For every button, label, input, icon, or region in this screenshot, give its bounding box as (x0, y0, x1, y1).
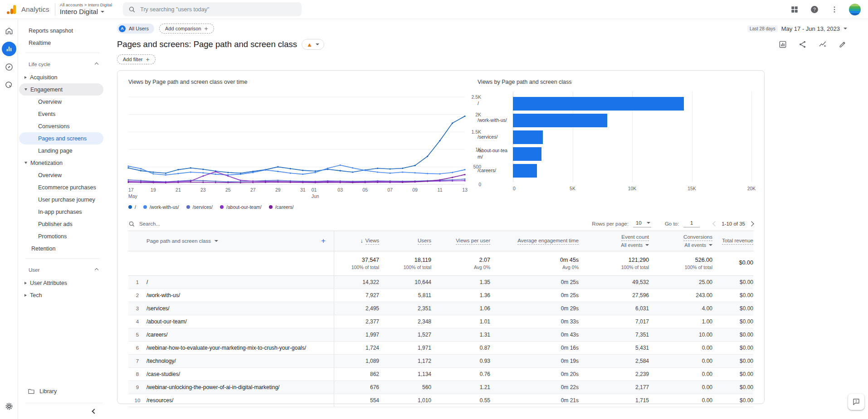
advertising-icon (5, 81, 14, 90)
next-page-button[interactable] (749, 221, 754, 226)
add-comparison-button[interactable]: Add comparison + (159, 24, 214, 34)
account-switcher[interactable]: All accounts > Intero Digital Intero Dig… (60, 3, 112, 15)
more-menu-button[interactable] (829, 4, 840, 15)
cell-page-path: / (146, 276, 334, 289)
advertising-nav-button[interactable] (2, 78, 16, 92)
bar-category-label: /services/ (478, 134, 513, 140)
cell-metric: 25.00 (649, 276, 712, 289)
sidebar-item-ecommerce-purchases[interactable]: Ecommerce purchases (19, 181, 103, 193)
bar-chart-rows: //work-with-us//services//about-our-team… (478, 95, 751, 179)
sidebar-item-overview[interactable]: Overview (19, 169, 103, 181)
column-header-event-count[interactable]: Event count All events (579, 231, 649, 251)
sidebar-item-pages-and-screens[interactable]: Pages and screens (19, 132, 103, 144)
insights-button[interactable] (818, 40, 827, 49)
table-search[interactable] (128, 221, 239, 227)
sidebar-nav: Reports snapshotRealtimeLife cycleAcquis… (18, 24, 106, 301)
sidebar-item-publisher-ads[interactable]: Publisher ads (19, 218, 103, 230)
sidebar-item-conversions[interactable]: Conversions (19, 120, 103, 132)
column-header-avg-engagement-time[interactable]: Average engagement time (490, 231, 579, 251)
column-header-views-per-user[interactable]: Views per user (431, 231, 490, 251)
analytics-logo[interactable]: Analytics (0, 5, 55, 14)
home-nav-button[interactable] (2, 24, 16, 38)
cell-metric: 10.00 (649, 328, 712, 341)
warning-icon: ▲ (307, 42, 312, 48)
bar-track (513, 147, 751, 161)
cell-metric: 1,997 (334, 328, 379, 341)
sidebar-item-user-purchase-journey[interactable]: User purchase journey (19, 193, 103, 206)
row-index: 4 (128, 315, 146, 328)
sidebar-section-life-cycle[interactable]: Life cycle (19, 58, 103, 70)
previous-page-button[interactable] (713, 221, 718, 226)
column-label: Event count (621, 234, 649, 241)
dimension-header[interactable]: Page path and screen class + (146, 231, 334, 251)
column-label: Users (418, 238, 431, 245)
sidebar-item-retention[interactable]: Retention (19, 242, 103, 255)
admin-settings-button[interactable] (2, 399, 16, 414)
sidebar-item-reports-snapshot[interactable]: Reports snapshot (19, 24, 103, 37)
sidebar-item-promotions[interactable]: Promotions (19, 230, 103, 242)
column-header-users[interactable]: Users (379, 231, 431, 251)
chevron-down-icon (101, 11, 104, 13)
more-vertical-icon (830, 5, 839, 14)
sidebar-item-engagement[interactable]: Engagement (19, 83, 103, 96)
sidebar-item-library[interactable]: Library (18, 385, 106, 398)
reports-nav-button[interactable] (2, 42, 16, 56)
bar-row: /about-our-team/ (478, 145, 751, 162)
bar-category-label: /work-with-us/ (478, 117, 513, 123)
sidebar-section-label: User (29, 267, 39, 273)
explore-nav-button[interactable] (2, 60, 16, 74)
sidebar-item-events[interactable]: Events (19, 108, 103, 120)
global-search[interactable] (123, 2, 302, 16)
column-header-conversions[interactable]: Conversions All events (649, 231, 712, 251)
conversions-filter-dropdown[interactable]: All events (684, 242, 712, 248)
sidebar-item-acquisition[interactable]: Acquisition (19, 71, 103, 83)
customize-report-button[interactable] (778, 40, 787, 49)
cell-metric: 676 (334, 381, 379, 394)
goto-page-input[interactable] (683, 220, 700, 227)
sidebar-item-realtime[interactable]: Realtime (19, 37, 103, 49)
cell-metric: 0m 19s (490, 355, 579, 367)
table-search-input[interactable] (139, 221, 239, 226)
data-quality-pill[interactable]: ▲ (302, 39, 324, 50)
x-tick-label: 23 (200, 187, 206, 193)
row-index: 1 (128, 276, 146, 289)
bar-category-label: /careers/ (478, 168, 513, 173)
sidebar-item-user-attributes[interactable]: User Attributes (19, 277, 103, 289)
sidebar-item-label: In-app purchases (38, 209, 82, 215)
table-row: 9/webinar-unlocking-the-power-of-ai-in-d… (128, 381, 753, 394)
sidebar-item-in-app-purchases[interactable]: In-app purchases (19, 206, 103, 218)
help-button[interactable]: ? (809, 4, 820, 15)
collapse-sidebar-button[interactable] (25, 403, 102, 419)
user-avatar[interactable] (849, 4, 861, 15)
share-button[interactable] (798, 40, 807, 49)
column-header-total-revenue[interactable]: Total revenue (712, 231, 753, 251)
cell-metric: $0.00 (712, 394, 753, 407)
cell-metric: $0.00 (712, 381, 753, 394)
help-icon: ? (810, 5, 819, 14)
add-dimension-button[interactable]: + (321, 236, 334, 246)
x-tick-label: 27 (250, 187, 256, 193)
row-index: 2 (128, 289, 146, 302)
sidebar-section-user[interactable]: User (19, 264, 103, 276)
bar (513, 147, 541, 161)
sidebar-item-overview[interactable]: Overview (19, 96, 103, 108)
sidebar-item-tech[interactable]: Tech (19, 289, 103, 301)
event-filter-dropdown[interactable]: All events (621, 242, 649, 248)
rows-per-page-select[interactable]: 10 (633, 220, 651, 227)
sidebar-item-monetization[interactable]: Monetization (19, 157, 103, 169)
table-row: 1/14,32210,6441.350m 25s49,53225.00$0.00 (128, 276, 753, 289)
feedback-button[interactable] (848, 394, 864, 410)
column-header-views[interactable]: ↓ Views (334, 231, 379, 251)
date-range-picker[interactable]: Last 28 days May 17 - Jun 13, 2023 (747, 25, 847, 32)
edit-pencil-button[interactable] (838, 40, 847, 49)
add-filter-button[interactable]: Add filter + (117, 54, 156, 64)
table-totals-row: 37,547100% of total 18,119100% of total … (128, 251, 753, 276)
sidebar-spacer (18, 301, 106, 385)
dashboards-grid-button[interactable] (789, 4, 800, 15)
audience-chip[interactable]: A All Users (117, 24, 154, 34)
cell-metric: 1,527 (379, 328, 431, 341)
sidebar-item-landing-page[interactable]: Landing page (19, 144, 103, 157)
bar-track (513, 97, 751, 111)
grid-icon (790, 5, 799, 14)
global-search-input[interactable] (140, 6, 296, 13)
